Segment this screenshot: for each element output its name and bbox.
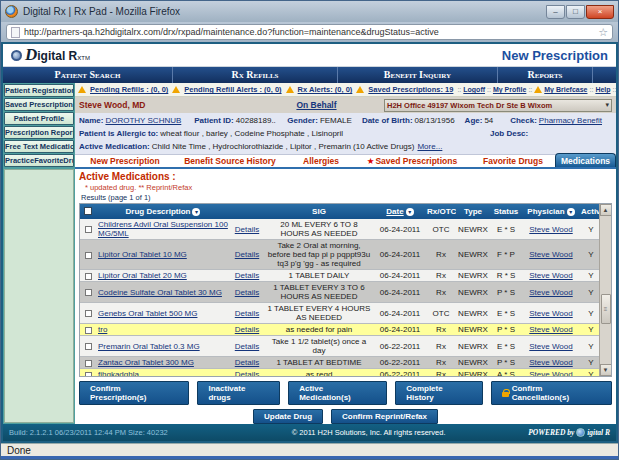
address-input[interactable]: http://partners-qa.h2hdigitalrx.com/drx/… xyxy=(6,24,613,40)
status-text: Done xyxy=(7,445,31,456)
window-title: Digital Rx | Rx Pad - Mozilla Firefox xyxy=(23,6,546,17)
close-button[interactable]: × xyxy=(586,5,614,19)
drug-link[interactable]: Premarin Oral Tablet 0.3 MG xyxy=(98,342,200,351)
row-checkbox[interactable] xyxy=(85,372,92,378)
details-link[interactable]: Details xyxy=(235,225,259,234)
physician-link[interactable]: Steve Wood xyxy=(529,288,572,297)
active-medications-button[interactable]: Active Medication(s) xyxy=(288,381,387,405)
physician-link[interactable]: Steve Wood xyxy=(529,250,572,259)
sidebar-item-saved-prescriptions[interactable]: Saved Prescriptions xyxy=(4,98,74,111)
physician-link[interactable]: Steve Wood xyxy=(529,342,572,351)
drug-link[interactable]: Lipitor Oral Tablet 10 MG xyxy=(98,250,187,259)
col-details xyxy=(230,204,264,219)
separator: :: xyxy=(457,86,461,93)
minimize-button[interactable]: – xyxy=(546,5,565,19)
row-checkbox[interactable] xyxy=(85,310,92,317)
row-checkbox[interactable] xyxy=(85,327,92,334)
scroll-down-button[interactable]: ▼ xyxy=(600,364,612,376)
details-link[interactable]: Details xyxy=(235,325,259,334)
nav-reports[interactable]: Reports xyxy=(498,67,593,83)
nav-benefit-inquiry[interactable]: Benefit Inquiry xyxy=(338,67,498,83)
physician-link[interactable]: Steve Wood xyxy=(529,370,572,377)
bookmark-star-icon[interactable]: ☆ xyxy=(598,27,608,38)
nav-rx-refills[interactable]: Rx Refills xyxy=(173,67,338,83)
confirm-prescriptions-button[interactable]: Confirm Prescription(s) xyxy=(79,381,189,405)
details-link[interactable]: Details xyxy=(235,288,259,297)
row-checkbox[interactable] xyxy=(85,252,92,259)
confirm-reprint-refax-button[interactable]: Confirm Reprint/Refax xyxy=(331,409,438,424)
sidebar-item-patient-registration[interactable]: Patient Registration xyxy=(4,84,74,97)
physician-link[interactable]: Steve Wood xyxy=(529,325,572,334)
patient-name-link[interactable]: DOROTHY SCHNUB xyxy=(105,116,181,125)
tab-benefit-source-history[interactable]: Benefit Source History xyxy=(171,155,289,167)
physician-link[interactable]: Steve Wood xyxy=(529,358,572,367)
office-select[interactable]: H2H Office 49197 Wixom Tech Dr Ste B Wix… xyxy=(384,99,612,112)
sort-icon[interactable] xyxy=(567,208,575,216)
logoff-link[interactable]: Logoff xyxy=(463,86,485,93)
row-checkbox[interactable] xyxy=(85,289,92,296)
my-profile-link[interactable]: My Profile xyxy=(493,86,526,93)
url-text[interactable]: http://partners-qa.h2hdigitalrx.com/drx/… xyxy=(24,27,598,37)
app-footer: Build: 2.1.2.1 06/23/2011 12:44 PM Size:… xyxy=(3,424,616,441)
drug-link[interactable]: fihqkadqhla xyxy=(98,370,139,377)
on-behalf-link[interactable]: On Behalf xyxy=(249,100,384,110)
sort-icon[interactable] xyxy=(192,208,200,216)
details-link[interactable]: Details xyxy=(235,271,259,280)
details-link[interactable]: Details xyxy=(235,370,259,377)
powered-brand-text: igital R xyxy=(587,428,610,437)
tab-saved-prescriptions[interactable]: ★Saved Prescriptions xyxy=(353,155,471,167)
details-link[interactable]: Details xyxy=(235,342,259,351)
button-label: Confirm Cancellation(s) xyxy=(512,384,601,402)
my-briefcase-link[interactable]: My Briefcase xyxy=(544,86,587,93)
details-link[interactable]: Details xyxy=(235,250,259,259)
inactivate-drugs-button[interactable]: Inactivate drugs xyxy=(197,381,280,405)
age-label: Age: xyxy=(465,116,483,125)
drug-link[interactable]: Lipitor Oral Tablet 20 MG xyxy=(98,271,187,280)
separator: :: xyxy=(528,86,532,93)
date-sort-link[interactable]: Date xyxy=(386,207,403,216)
physician-link[interactable]: Steve Wood xyxy=(529,309,572,318)
more-link[interactable]: More... xyxy=(417,142,442,151)
row-checkbox[interactable] xyxy=(85,360,92,367)
saved-prescriptions-link[interactable]: Saved Prescriptions: 19 xyxy=(368,85,453,94)
maximize-button[interactable]: □ xyxy=(566,5,585,19)
update-drug-button[interactable]: Update Drug xyxy=(253,409,323,424)
complete-history-button[interactable]: Complete History xyxy=(395,381,483,405)
col-rxotc: Rx/OTC xyxy=(426,204,456,219)
row-checkbox[interactable] xyxy=(85,226,92,233)
row-checkbox[interactable] xyxy=(85,273,92,280)
scroll-thumb[interactable]: ≡ xyxy=(601,294,611,324)
row-checkbox[interactable] xyxy=(85,343,92,350)
select-all-checkbox[interactable] xyxy=(84,207,92,215)
pharmacy-benefit-link[interactable]: Pharmacy Benefit xyxy=(539,116,602,125)
details-link[interactable]: Details xyxy=(235,358,259,367)
rx-alerts-link[interactable]: Rx Alerts: (0, 0) xyxy=(298,85,353,94)
table-row: Childrens Advil Oral Suspension 100 MG/5… xyxy=(80,219,602,240)
tab-new-prescription[interactable]: New Prescription xyxy=(79,155,171,167)
drug-link[interactable]: Genebs Oral Tablet 500 MG xyxy=(98,309,197,318)
tab-medications-history[interactable]: Medications History xyxy=(555,153,616,167)
confirm-cancellations-button[interactable]: Confirm Cancellation(s) xyxy=(491,381,612,405)
sort-icon[interactable] xyxy=(406,208,414,216)
drug-link[interactable]: Codeine Sulfate Oral Tablet 30 MG xyxy=(98,288,222,297)
drug-link[interactable]: tro xyxy=(98,325,107,334)
tab-favorite-drugs[interactable]: Favorite Drugs xyxy=(471,155,555,167)
physician-link[interactable]: Steve Wood xyxy=(529,225,572,234)
nav-patient-search[interactable]: Patient Search xyxy=(3,67,173,83)
page-title: New Prescription xyxy=(502,48,608,63)
details-link[interactable]: Details xyxy=(235,309,259,318)
drug-link[interactable]: Zantac Oral Tablet 300 MG xyxy=(98,358,194,367)
sidebar-item-practice-favorite-drugs[interactable]: PracticeFavoriteDrugs xyxy=(4,154,74,167)
pending-refills-link[interactable]: Pending Refills : (0, 0) xyxy=(90,85,168,94)
help-link[interactable]: Help xyxy=(595,86,610,93)
sidebar-item-free-text-medication[interactable]: Free Text Medication xyxy=(4,140,74,153)
tab-allergies[interactable]: Allergies xyxy=(289,155,353,167)
sidebar-item-prescription-report[interactable]: Prescription Report xyxy=(4,126,74,139)
table-scrollbar[interactable]: ▲ ≡ ▼ xyxy=(599,204,611,376)
sidebar-item-patient-profile[interactable]: Patient Profile xyxy=(4,112,74,125)
warning-icon xyxy=(286,86,294,93)
pending-refill-alerts-link[interactable]: Pending Refill Alerts : (0, 0) xyxy=(184,85,281,94)
scroll-up-button[interactable]: ▲ xyxy=(600,204,612,216)
drug-link[interactable]: Childrens Advil Oral Suspension 100 MG/5… xyxy=(98,220,228,238)
physician-link[interactable]: Steve Wood xyxy=(529,271,572,280)
